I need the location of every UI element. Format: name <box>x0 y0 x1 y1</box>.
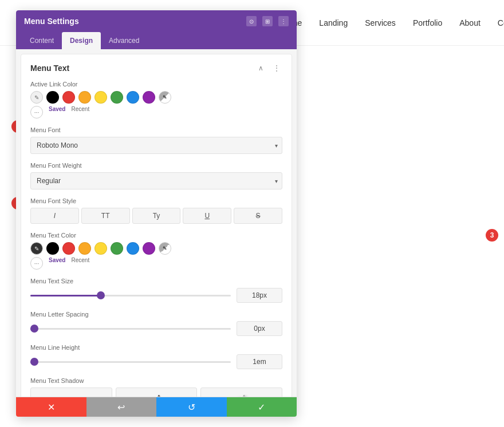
panel-title: Menu Settings <box>24 17 79 26</box>
italic-btn[interactable]: I <box>30 208 79 224</box>
text-color-swatch-green[interactable] <box>111 242 123 255</box>
menu-font-style-label: Menu Font Style <box>30 197 282 204</box>
nav-item-services[interactable]: Services <box>365 18 396 27</box>
menu-letter-spacing-slider-row: 0px <box>30 321 282 336</box>
menu-text-color-row: ✎ ✎ <box>30 242 282 255</box>
menu-text-shadow-group: Menu Text Shadow ⊘ aA aA aA aA aA <box>30 377 282 397</box>
color-swatch-black[interactable] <box>46 91 59 104</box>
redo-button[interactable]: ↺ <box>156 397 227 417</box>
text-color-swatch-black[interactable] <box>46 242 59 255</box>
menu-font-weight-select-wrapper: Regular Bold Light ▾ <box>30 172 282 189</box>
shadow-grid: ⊘ aA aA aA aA aA <box>30 388 282 397</box>
shadow-none-btn[interactable]: ⊘ <box>30 388 112 397</box>
reset-button[interactable]: ↩ <box>86 397 157 417</box>
gradient-icon[interactable]: ✎ <box>159 91 171 104</box>
slider-fill <box>30 295 101 296</box>
strikethrough-btn[interactable]: S <box>234 208 282 224</box>
minimize-icon[interactable]: ⊙ <box>246 16 257 26</box>
menu-font-label: Menu Font <box>30 126 282 133</box>
text-color-swatch-red[interactable] <box>62 242 75 255</box>
menu-font-select[interactable]: Roboto Mono Arial Georgia <box>30 137 282 154</box>
section-header: Menu Text ∧ ⋮ <box>30 62 282 74</box>
nav-item-about[interactable]: About <box>459 18 481 27</box>
saved-label: Saved <box>49 106 65 118</box>
nav-item-landing[interactable]: Landing <box>319 18 348 27</box>
tab-design[interactable]: Design <box>62 32 101 49</box>
section-header-icons: ∧ ⋮ <box>255 62 282 74</box>
save-button[interactable]: ✓ <box>227 397 297 417</box>
menu-line-height-label: Menu Line Height <box>30 344 282 351</box>
text-color-gradient-icon[interactable]: ✎ <box>159 242 171 255</box>
menu-letter-spacing-track[interactable] <box>30 328 231 330</box>
menu-letter-spacing-value[interactable]: 0px <box>237 321 282 336</box>
text-color-swatch-purple[interactable] <box>143 242 155 255</box>
active-link-color-row: ✎ ✎ <box>30 91 282 104</box>
menu-letter-spacing-label: Menu Letter Spacing <box>30 311 282 318</box>
underline-btn[interactable]: U <box>183 208 231 224</box>
text-color-swatch-orange[interactable] <box>78 242 91 255</box>
text-color-more-btn[interactable]: ··· <box>30 257 43 270</box>
menu-line-height-value[interactable]: 1em <box>237 354 282 369</box>
menu-font-style-group: Menu Font Style I TT Ty U S <box>30 197 282 224</box>
cancel-button[interactable]: ✕ <box>16 397 86 417</box>
menu-line-height-slider-row: 1em <box>30 354 282 369</box>
color-swatch-green[interactable] <box>111 91 123 104</box>
nav-item-contact[interactable]: Contact <box>498 18 504 27</box>
menu-text-size-track[interactable] <box>30 295 231 296</box>
menu-font-select-wrapper: Roboto Mono Arial Georgia ▾ <box>30 137 282 154</box>
active-link-color-label: Active Link Color <box>30 81 282 88</box>
menu-text-size-label: Menu Text Size <box>30 278 282 284</box>
menu-text-color-label: Menu Text Color <box>30 232 282 239</box>
panel-header: Menu Settings ⊙ ⊞ ⋮ <box>16 10 297 32</box>
section-more-icon[interactable]: ⋮ <box>271 62 282 74</box>
slider-thumb[interactable] <box>97 291 105 299</box>
color-swatch-blue[interactable] <box>127 91 139 104</box>
panel-tabs: Content Design Advanced <box>16 32 297 49</box>
shadow-style2-btn[interactable]: aA <box>200 388 282 397</box>
panel-actions: ✕ ↩ ↺ ✓ <box>16 397 297 417</box>
menu-line-height-track[interactable] <box>30 361 231 363</box>
badge-3: 3 <box>486 229 498 242</box>
nav-item-portfolio[interactable]: Portfolio <box>413 18 442 27</box>
text-color-eyedropper-icon[interactable]: ✎ <box>30 242 43 255</box>
menu-text-size-group: Menu Text Size 18px <box>30 278 282 303</box>
active-link-color-group: Active Link Color ✎ ✎ ··· Saved Recent <box>30 81 282 118</box>
menu-font-weight-select[interactable]: Regular Bold Light <box>30 172 282 189</box>
capitalize-btn[interactable]: Ty <box>132 208 181 224</box>
panel-content: Menu Text ∧ ⋮ Active Link Color ✎ <box>16 49 297 397</box>
menu-settings-panel: Menu Settings ⊙ ⊞ ⋮ Content Design Advan… <box>16 10 297 417</box>
color-swatch-orange[interactable] <box>78 91 91 104</box>
menu-font-group: Menu Font Roboto Mono Arial Georgia ▾ <box>30 126 282 154</box>
menu-text-size-value[interactable]: 18px <box>237 288 282 303</box>
menu-font-weight-group: Menu Font Weight Regular Bold Light ▾ <box>30 162 282 189</box>
color-swatch-yellow[interactable] <box>94 91 107 104</box>
panel-header-icons: ⊙ ⊞ ⋮ <box>246 16 289 26</box>
menu-letter-spacing-group: Menu Letter Spacing 0px <box>30 311 282 336</box>
tab-content[interactable]: Content <box>22 32 62 49</box>
eyedropper-icon[interactable]: ✎ <box>30 91 43 104</box>
expand-icon[interactable]: ⊞ <box>262 16 273 26</box>
section-title: Menu Text <box>30 64 69 73</box>
color-more-btn[interactable]: ··· <box>30 106 43 118</box>
more-icon[interactable]: ⋮ <box>278 16 289 26</box>
color-labels: ··· Saved Recent <box>30 106 282 118</box>
line-height-thumb[interactable] <box>30 358 38 366</box>
tab-advanced[interactable]: Advanced <box>101 32 147 49</box>
letter-spacing-thumb[interactable] <box>30 325 38 333</box>
menu-font-weight-label: Menu Font Weight <box>30 162 282 169</box>
color-swatch-purple[interactable] <box>143 91 155 104</box>
text-saved-label: Saved <box>49 257 65 270</box>
menu-text-shadow-label: Menu Text Shadow <box>30 377 282 384</box>
font-style-row: I TT Ty U S <box>30 208 282 224</box>
text-recent-label: Recent <box>71 257 89 270</box>
text-color-labels: ··· Saved Recent <box>30 257 282 270</box>
recent-label: Recent <box>71 106 89 118</box>
text-color-swatch-blue[interactable] <box>127 242 139 255</box>
shadow-style1-btn[interactable]: aA <box>116 388 198 397</box>
collapse-icon[interactable]: ∧ <box>255 62 266 74</box>
uppercase-btn[interactable]: TT <box>81 208 130 224</box>
color-swatch-red[interactable] <box>62 91 75 104</box>
menu-text-color-group: Menu Text Color ✎ ✎ ··· Saved Recent <box>30 232 282 270</box>
text-color-swatch-yellow[interactable] <box>94 242 107 255</box>
menu-text-size-slider-row: 18px <box>30 288 282 303</box>
